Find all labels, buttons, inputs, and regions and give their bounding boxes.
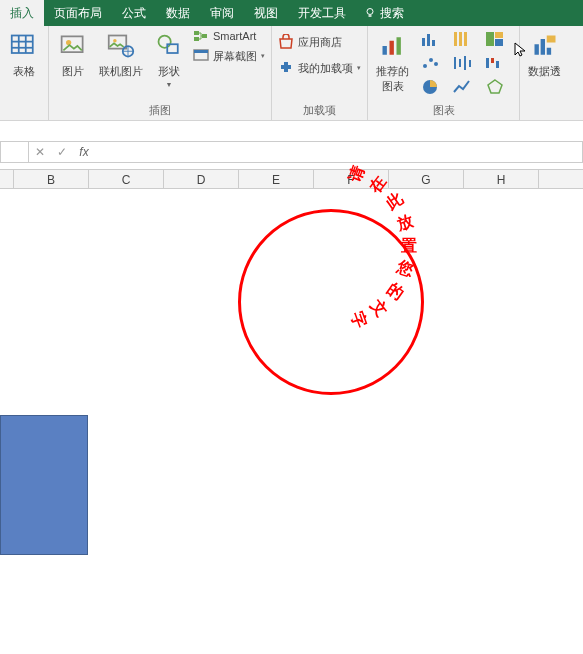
group-illustrations: 图片 联机图片 形状 ▼ SmartArt 屏幕截图 ▾ <box>49 26 272 120</box>
store-label: 应用商店 <box>298 35 342 50</box>
group-tables: 表格 <box>0 26 49 120</box>
recommended-charts-label: 推荐的 图表 <box>376 64 409 94</box>
online-pictures-icon <box>107 32 135 60</box>
column-header[interactable]: B <box>14 170 89 188</box>
tab-formulas[interactable]: 公式 <box>112 0 156 26</box>
svg-point-31 <box>429 58 433 62</box>
group-addins: 应用商店 我的加载项 ▾ 加载项 <box>272 26 368 120</box>
pivot-label: 数据透 <box>528 64 561 79</box>
my-addins-button[interactable]: 我的加载项 ▾ <box>278 60 361 76</box>
tab-page-layout[interactable]: 页面布局 <box>44 0 112 26</box>
svg-point-30 <box>423 64 427 68</box>
recommended-charts-icon <box>379 32 407 60</box>
search-label: 搜索 <box>380 5 404 22</box>
picture-icon <box>59 32 87 60</box>
insert-function-button[interactable]: fx <box>73 145 95 159</box>
store-icon <box>278 34 294 50</box>
shapes-button[interactable]: 形状 ▼ <box>151 28 187 90</box>
svg-rect-14 <box>194 37 199 41</box>
svg-rect-33 <box>486 58 489 68</box>
svg-rect-29 <box>495 39 503 46</box>
my-addins-icon <box>278 60 294 76</box>
svg-rect-18 <box>382 46 386 55</box>
my-addins-label: 我的加载项 <box>298 61 353 76</box>
tab-dev-tools[interactable]: 开发工具 <box>288 0 356 26</box>
group-pivot: 数据透 <box>520 26 569 120</box>
online-pictures-button[interactable]: 联机图片 <box>97 28 145 81</box>
bar-chart-button[interactable] <box>417 28 445 50</box>
waterfall-chart-button[interactable] <box>481 52 509 74</box>
group-pivot-label <box>526 116 563 120</box>
tab-insert[interactable]: 插入 <box>0 0 44 26</box>
group-charts-label: 图表 <box>374 101 513 120</box>
screenshot-icon <box>193 48 209 64</box>
column-headers: B C D E F G H <box>0 169 583 189</box>
line-chart-button[interactable] <box>449 76 477 98</box>
tell-me-search[interactable]: 搜索 <box>356 5 412 22</box>
svg-rect-39 <box>546 48 550 55</box>
svg-point-0 <box>367 9 373 15</box>
stock-chart-button[interactable] <box>449 52 477 74</box>
ribbon-tabs: 插入 页面布局 公式 数据 审阅 视图 开发工具 搜索 <box>0 0 583 26</box>
svg-rect-34 <box>491 58 494 63</box>
chart-type-grid <box>417 28 513 98</box>
group-charts: 推荐的 图表 图表 <box>368 26 520 120</box>
svg-rect-38 <box>540 39 544 55</box>
circle-shape-group[interactable]: 请在此放置您的文字 <box>238 209 424 395</box>
svg-rect-37 <box>534 44 538 55</box>
svg-rect-17 <box>194 50 208 53</box>
chevron-down-icon: ▼ <box>166 81 173 88</box>
worksheet-area[interactable]: 请在此放置您的文字 <box>0 189 583 654</box>
cancel-button[interactable]: ✕ <box>29 145 51 159</box>
rectangle-shape[interactable] <box>0 415 88 555</box>
svg-point-32 <box>434 62 438 66</box>
smartart-button[interactable]: SmartArt <box>193 28 265 44</box>
select-all-corner[interactable] <box>0 170 14 188</box>
smartart-label: SmartArt <box>213 30 256 42</box>
svg-rect-19 <box>389 41 393 55</box>
column-header[interactable]: G <box>389 170 464 188</box>
column-header[interactable]: C <box>89 170 164 188</box>
tab-view[interactable]: 视图 <box>244 0 288 26</box>
pivot-chart-icon <box>531 32 559 60</box>
screenshot-button[interactable]: 屏幕截图 ▾ <box>193 48 265 64</box>
svg-rect-23 <box>432 40 435 46</box>
enter-button[interactable]: ✓ <box>51 145 73 159</box>
hierarchy-chart-button[interactable] <box>481 28 509 50</box>
column-header[interactable]: E <box>239 170 314 188</box>
svg-rect-21 <box>422 38 425 46</box>
name-box[interactable] <box>1 142 29 162</box>
svg-rect-1 <box>12 36 33 54</box>
svg-rect-22 <box>427 34 430 46</box>
column-chart-button[interactable] <box>449 28 477 50</box>
svg-point-9 <box>113 39 117 43</box>
scatter-chart-button[interactable] <box>417 52 445 74</box>
column-header[interactable]: D <box>164 170 239 188</box>
shapes-icon <box>155 32 183 60</box>
svg-rect-40 <box>546 36 555 43</box>
svg-rect-28 <box>495 32 503 38</box>
recommended-charts-button[interactable]: 推荐的 图表 <box>374 28 411 96</box>
table-icon <box>10 32 38 60</box>
screenshot-label: 屏幕截图 <box>213 49 257 64</box>
svg-rect-24 <box>454 32 457 46</box>
radar-chart-button[interactable] <box>481 76 509 98</box>
chevron-down-icon: ▾ <box>357 64 361 72</box>
shapes-label: 形状 <box>158 64 180 79</box>
table-button[interactable]: 表格 <box>6 28 42 81</box>
tab-data[interactable]: 数据 <box>156 0 200 26</box>
pie-chart-button[interactable] <box>417 76 445 98</box>
smartart-icon <box>193 28 209 44</box>
pictures-button[interactable]: 图片 <box>55 28 91 81</box>
formula-input[interactable] <box>95 142 582 162</box>
pivot-chart-button[interactable]: 数据透 <box>526 28 563 81</box>
svg-point-11 <box>159 36 171 48</box>
store-button[interactable]: 应用商店 <box>278 34 361 50</box>
group-tables-label <box>6 116 42 120</box>
chevron-down-icon: ▾ <box>261 52 265 60</box>
svg-rect-35 <box>496 61 499 68</box>
tab-review[interactable]: 审阅 <box>200 0 244 26</box>
column-header[interactable]: H <box>464 170 539 188</box>
pictures-label: 图片 <box>62 64 84 79</box>
svg-rect-13 <box>194 31 199 35</box>
